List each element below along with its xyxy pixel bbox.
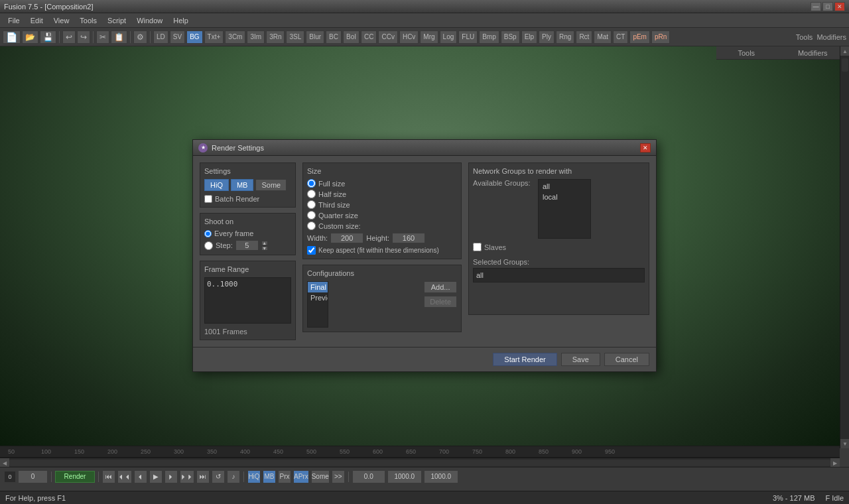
loop-button[interactable]: ↺: [212, 470, 225, 483]
config-list[interactable]: Final Preview: [307, 281, 328, 328]
custom-size-radio[interactable]: [307, 221, 316, 230]
fps-input-3[interactable]: [424, 473, 458, 480]
toolbar-BC[interactable]: BC: [326, 31, 342, 44]
start-frame-input[interactable]: [21, 473, 44, 480]
toolbar-Rct[interactable]: Rct: [576, 31, 592, 44]
some-button[interactable]: Some: [255, 179, 287, 191]
step-up[interactable]: ▲: [261, 241, 268, 245]
save-button[interactable]: Save: [561, 353, 600, 366]
group-local[interactable]: local: [540, 192, 589, 202]
toolbar-3SL[interactable]: 3SL: [286, 31, 304, 44]
toolbar-pEm[interactable]: pEm: [629, 31, 650, 44]
step-down[interactable]: ▼: [261, 246, 268, 251]
every-frame-radio[interactable]: [204, 230, 212, 237]
menu-help[interactable]: Help: [168, 15, 194, 26]
back-button[interactable]: ⏴: [134, 470, 147, 483]
slaves-checkbox[interactable]: [473, 243, 482, 251]
menu-file[interactable]: File: [3, 15, 25, 26]
menu-window[interactable]: Window: [131, 15, 168, 26]
toolbar-3Im[interactable]: 3Im: [247, 31, 265, 44]
toolbar-Ply[interactable]: Ply: [539, 31, 555, 44]
timeline-start-input[interactable]: [18, 470, 48, 483]
step-radio[interactable]: [204, 241, 213, 250]
hiq-button[interactable]: HiQ: [204, 179, 229, 191]
maximize-button[interactable]: □: [822, 2, 833, 11]
toolbar-paste[interactable]: 📋: [111, 31, 127, 44]
aprx-transport-button[interactable]: APrx: [293, 470, 309, 483]
width-input[interactable]: [330, 233, 363, 243]
toolbar-Elp[interactable]: Elp: [521, 31, 537, 44]
minimize-button[interactable]: —: [811, 2, 821, 11]
go-start-button[interactable]: ⏮: [102, 470, 115, 483]
toolbar-FLU[interactable]: FLU: [458, 31, 478, 44]
main-vscrollbar[interactable]: ▲ ▼: [840, 46, 849, 448]
play-button[interactable]: ▶: [149, 470, 163, 483]
third-size-radio[interactable]: [307, 200, 316, 209]
hscroll-left[interactable]: ◀: [0, 458, 9, 468]
batch-render-checkbox[interactable]: [204, 195, 212, 203]
render-button[interactable]: Render: [55, 471, 95, 483]
toolbar-Rng[interactable]: Rng: [556, 31, 574, 44]
start-render-button[interactable]: Start Render: [493, 353, 556, 366]
toolbar-pRn[interactable]: pRn: [651, 31, 670, 44]
frame-range-input[interactable]: 0..1000: [204, 277, 291, 324]
height-input[interactable]: [392, 233, 425, 243]
fps-input-2[interactable]: [388, 473, 421, 480]
selected-groups-input[interactable]: [473, 268, 645, 283]
menu-tools[interactable]: Tools: [74, 15, 102, 26]
toolbar-cut[interactable]: ✂: [96, 31, 109, 44]
delete-config-button[interactable]: Delete: [424, 296, 457, 308]
toolbar-save[interactable]: 💾: [40, 31, 56, 44]
toolbar-new[interactable]: 📄: [3, 31, 21, 44]
audio-button[interactable]: ♪: [227, 470, 240, 483]
toolbar-preferences[interactable]: ⚙: [133, 31, 147, 44]
menu-view[interactable]: View: [48, 15, 75, 26]
group-all[interactable]: all: [540, 181, 589, 192]
keep-aspect-checkbox[interactable]: [307, 246, 316, 255]
toolbar-BoI[interactable]: BoI: [343, 31, 359, 44]
mb-transport-button[interactable]: MB: [263, 470, 276, 483]
forward-button[interactable]: ⏵: [164, 470, 178, 483]
toolbar-CCv[interactable]: CCv: [378, 31, 397, 44]
toolbar-Mat[interactable]: Mat: [594, 31, 612, 44]
toolbar-undo[interactable]: ↩: [62, 31, 76, 44]
toolbar-BG[interactable]: BG: [186, 31, 202, 44]
toolbar-Mrg[interactable]: Mrg: [420, 31, 438, 44]
go-end-button[interactable]: ⏭: [196, 470, 210, 483]
full-size-radio[interactable]: [307, 179, 316, 188]
next-frame-button[interactable]: ⏵⏵: [180, 470, 194, 483]
app-close-button[interactable]: ✕: [834, 2, 845, 11]
prx-transport-button[interactable]: Prx: [278, 470, 291, 483]
toolbar-HCv[interactable]: HCv: [399, 31, 419, 44]
dialog-close-button[interactable]: ✕: [640, 143, 651, 153]
fps-display-2[interactable]: [387, 470, 422, 483]
toolbar-Blur[interactable]: Blur: [306, 31, 324, 44]
toolbar-open[interactable]: 📂: [22, 31, 38, 44]
step-input[interactable]: [235, 240, 259, 251]
prev-frame-button[interactable]: ⏴⏴: [117, 470, 132, 483]
menu-script[interactable]: Script: [102, 15, 131, 26]
toolbar-Bmp[interactable]: Bmp: [479, 31, 499, 44]
menu-edit[interactable]: Edit: [25, 15, 48, 26]
half-size-radio[interactable]: [307, 190, 316, 198]
more-transport-button[interactable]: >>: [332, 470, 345, 483]
toolbar-3Cm[interactable]: 3Cm: [225, 31, 245, 44]
toolbar-Log[interactable]: Log: [440, 31, 458, 44]
some-transport-button[interactable]: Some: [311, 470, 330, 483]
toolbar-3Rn[interactable]: 3Rn: [266, 31, 285, 44]
toolbar-BSp[interactable]: BSp: [501, 31, 520, 44]
toolbar-Txt[interactable]: Txt+: [204, 31, 224, 44]
hscroll-right[interactable]: ▶: [830, 458, 840, 468]
vscroll-up[interactable]: ▲: [840, 46, 849, 56]
quarter-size-radio[interactable]: [307, 211, 316, 220]
toolbar-CT[interactable]: CT: [613, 31, 628, 44]
add-config-button[interactable]: Add...: [424, 281, 457, 293]
cancel-button[interactable]: Cancel: [604, 353, 649, 366]
fps-input-1[interactable]: [354, 473, 383, 480]
groups-list[interactable]: all local: [538, 179, 591, 239]
hscroll-thumb[interactable]: [9, 460, 830, 466]
config-item-preview[interactable]: Preview: [308, 292, 328, 303]
hiq-transport-button[interactable]: HiQ: [247, 470, 261, 483]
fps-display-3[interactable]: [424, 470, 458, 483]
timeline-hscrollbar[interactable]: ◀ ▶: [0, 458, 840, 467]
